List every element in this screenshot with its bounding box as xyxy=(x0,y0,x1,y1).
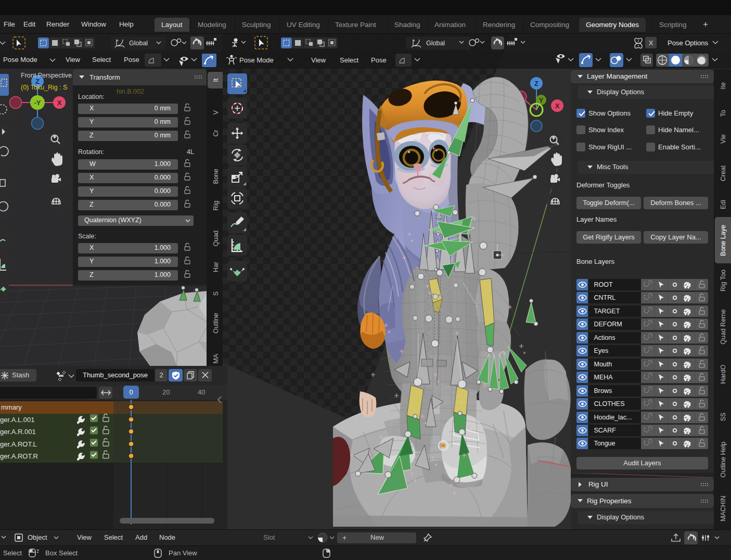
svg-text:x: x xyxy=(411,238,413,243)
svg-text:x: x xyxy=(453,491,455,495)
svg-text:X: X xyxy=(649,39,653,47)
svg-text:x: x xyxy=(388,329,390,334)
svg-text:Global: Global xyxy=(129,40,148,47)
svg-text:x: x xyxy=(461,400,463,404)
svg-text:x: x xyxy=(425,421,427,425)
svg-text:z: z xyxy=(429,290,431,295)
svg-text:z: z xyxy=(414,478,416,482)
svg-text:x: x xyxy=(435,462,437,467)
svg-text:(0) Toku_Rig : S: (0) Toku_Rig : S xyxy=(21,84,67,91)
svg-text:Pose Options: Pose Options xyxy=(668,39,709,47)
svg-text:x: x xyxy=(523,350,525,355)
svg-text:Global: Global xyxy=(426,40,445,47)
svg-text:-Y: -Y xyxy=(34,99,41,107)
svg-text:z: z xyxy=(437,379,439,384)
svg-text:Front Perspective: Front Perspective xyxy=(21,72,72,79)
svg-text:X: X xyxy=(57,99,62,107)
svg-text:Pose Mode: Pose Mode xyxy=(239,56,274,64)
